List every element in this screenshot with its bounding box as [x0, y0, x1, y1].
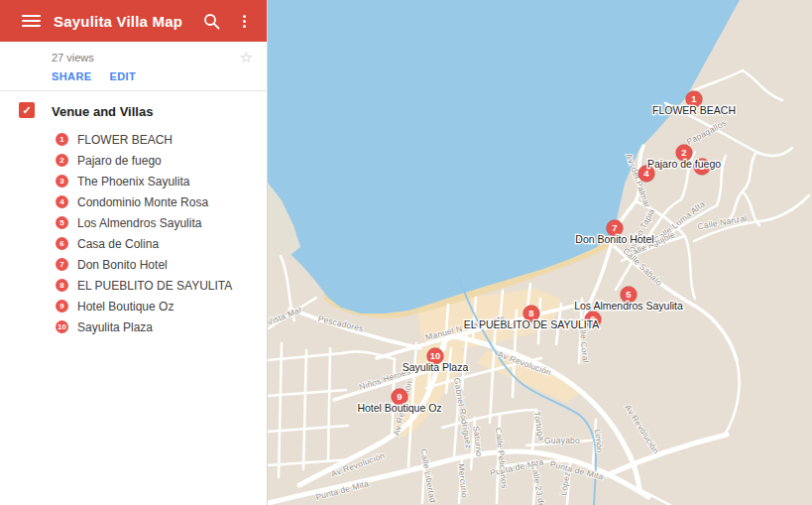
- svg-text:1: 1: [691, 93, 697, 104]
- venue-label: Hotel Boutique Oz: [77, 300, 174, 314]
- svg-text:4: 4: [643, 168, 649, 179]
- svg-text:7: 7: [612, 222, 617, 233]
- marker-number-badge: 8: [56, 279, 68, 292]
- map-marker-label: EL PUEBLITO DE SAYULITA: [464, 318, 600, 330]
- map-marker-label: FLOWER BEACH: [652, 104, 736, 116]
- view-count: 27 views: [52, 52, 267, 63]
- svg-text:8: 8: [528, 308, 533, 318]
- venue-label: FLOWER BEACH: [77, 133, 173, 147]
- map-marker-label: Hotel Boutique Oz: [357, 402, 441, 414]
- layer-checkbox[interactable]: ✓: [19, 102, 35, 118]
- list-item[interactable]: 3The Phoenix Sayulita: [0, 171, 267, 191]
- list-item[interactable]: 5Los Almendros Sayulita: [0, 212, 267, 233]
- list-item[interactable]: 9Hotel Boutique Oz: [0, 296, 267, 316]
- sidebar: Sayulita Villa Map 27 views ☆ SHARE EDIT…: [0, 0, 268, 505]
- venue-label: Condominio Monte Rosa: [77, 195, 208, 209]
- street-label: Guayabo: [544, 436, 580, 445]
- venue-label: Pajaro de fuego: [77, 154, 162, 168]
- more-options-icon[interactable]: [235, 12, 253, 30]
- list-item[interactable]: 10Sayulita Plaza: [0, 316, 267, 337]
- search-icon[interactable]: [202, 12, 220, 30]
- marker-number-badge: 3: [56, 175, 68, 188]
- list-item[interactable]: 4Condominio Monte Rosa: [0, 191, 267, 212]
- svg-text:9: 9: [397, 391, 402, 402]
- venue-label: Los Almendros Sayulita: [77, 216, 201, 230]
- marker-number-badge: 2: [56, 154, 68, 167]
- page-title: Sayulita Villa Map: [54, 13, 202, 30]
- marker-number-badge: 6: [56, 237, 68, 250]
- venue-label: EL PUEBLITO DE SAYULITA: [77, 279, 232, 293]
- marker-number-badge: 7: [56, 258, 68, 271]
- check-icon: ✓: [22, 105, 31, 116]
- marker-number-badge: 1: [56, 133, 68, 146]
- menu-icon[interactable]: [22, 15, 41, 27]
- marker-number-badge: 9: [56, 300, 68, 313]
- layer-header: ✓ Venue and Villas: [0, 91, 267, 125]
- edit-button[interactable]: EDIT: [110, 70, 137, 82]
- map-marker-label: Pajaro de fuego: [647, 158, 721, 170]
- venue-label: Sayulita Plaza: [77, 320, 153, 334]
- venue-label: The Phoenix Sayulita: [77, 175, 189, 189]
- svg-text:5: 5: [626, 289, 632, 300]
- map-marker-label: Sayulita Plaza: [403, 361, 469, 373]
- list-item[interactable]: 1FLOWER BEACH: [0, 129, 267, 150]
- layer-title: Venue and Villas: [52, 104, 267, 119]
- header: Sayulita Villa Map: [0, 0, 267, 42]
- map-canvas[interactable]: PapagallosCalle NanzalCalle Loma AltaRos…: [268, 0, 812, 505]
- venue-label: Casa de Colina: [77, 237, 159, 251]
- share-button[interactable]: SHARE: [52, 70, 92, 82]
- svg-text:10: 10: [430, 350, 441, 361]
- marker-number-badge: 10: [56, 320, 68, 333]
- my-maps-app: Sayulita Villa Map 27 views ☆ SHARE EDIT…: [0, 0, 812, 505]
- map-svg: PapagallosCalle NanzalCalle Loma AltaRos…: [268, 0, 812, 505]
- marker-number-badge: 5: [56, 216, 68, 229]
- map-marker-label: Don Bonito Hotel: [575, 233, 653, 245]
- list-item[interactable]: 7Don Bonito Hotel: [0, 254, 267, 275]
- marker-number-badge: 4: [56, 195, 68, 208]
- list-item[interactable]: 6Casa de Colina: [0, 233, 267, 254]
- list-item[interactable]: 2Pajaro de fuego: [0, 150, 267, 171]
- venue-list: 1FLOWER BEACH2Pajaro de fuego3The Phoeni…: [0, 129, 267, 337]
- venue-label: Don Bonito Hotel: [77, 258, 168, 272]
- map-marker-label: Los Almendros Sayulita: [574, 300, 683, 312]
- star-icon[interactable]: ☆: [240, 50, 253, 64]
- map-meta: 27 views ☆ SHARE EDIT: [0, 42, 267, 87]
- list-item[interactable]: 8EL PUEBLITO DE SAYULITA: [0, 275, 267, 296]
- svg-text:2: 2: [681, 147, 686, 158]
